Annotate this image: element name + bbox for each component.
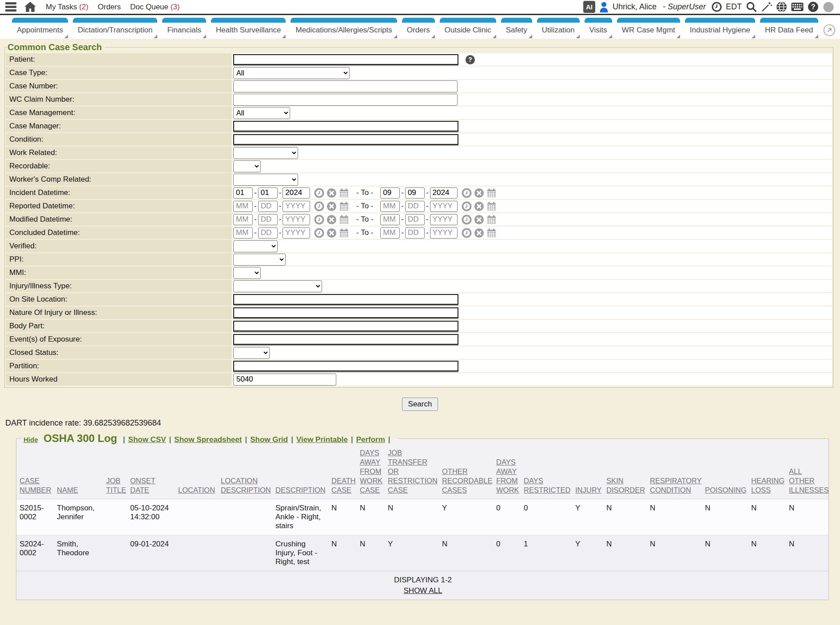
show-spreadsheet-link[interactable]: Show Spreadsheet (174, 435, 242, 444)
col-header-location-description[interactable]: LOCATION DESCRIPTION (218, 445, 272, 499)
concluded-datetime-to-dd-input[interactable] (405, 227, 425, 239)
clear-icon[interactable] (326, 228, 337, 238)
col-header-other-recordable-cases[interactable]: OTHER RECORDABLE CASES (439, 445, 493, 499)
tab-financials[interactable]: Financials (162, 18, 206, 39)
doc-queue-link[interactable]: Doc Queue (3) (130, 3, 180, 12)
reported-datetime-from-yyyy-input[interactable] (283, 201, 310, 212)
calendar-icon[interactable] (486, 215, 497, 225)
closed-status-select[interactable] (233, 347, 270, 359)
tab-appointments[interactable]: Appointments (12, 18, 68, 39)
calendar-icon[interactable] (339, 188, 349, 198)
concluded-datetime-from-dd-input[interactable] (258, 227, 278, 239)
calendar-icon[interactable] (486, 188, 497, 198)
work-related-select[interactable] (233, 147, 298, 159)
concluded-datetime-to-yyyy-input[interactable] (430, 227, 458, 239)
wand-icon[interactable] (761, 1, 772, 12)
incident-datetime-to-dd-input[interactable] (405, 187, 425, 199)
reported-datetime-from-mm-input[interactable] (233, 201, 253, 212)
show-all-link[interactable]: SHOW ALL (404, 586, 442, 595)
col-header-job-transfer-or-restriction-case[interactable]: JOB TRANSFER OR RESTRICTION CASE (385, 445, 439, 499)
tab-outside-clinic[interactable]: Outside Clinic (440, 18, 496, 39)
concluded-datetime-from-mm-input[interactable] (233, 227, 253, 239)
home-icon[interactable] (24, 2, 36, 12)
incident-datetime-to-mm-input[interactable] (380, 187, 400, 199)
incident-datetime-from-yyyy-input[interactable] (283, 187, 310, 199)
search-button[interactable]: Search (402, 398, 438, 411)
recordable-select[interactable] (233, 160, 261, 172)
globe-icon[interactable] (776, 1, 787, 12)
event-s-of-exposure-input[interactable] (233, 334, 458, 345)
time-icon[interactable] (314, 188, 324, 198)
worker-s-comp-related-select[interactable] (233, 174, 298, 186)
clear-icon[interactable] (326, 215, 337, 225)
partition-input[interactable] (233, 361, 458, 371)
tab-medications-allergies-scripts[interactable]: Medications/Allergies/Scripts (291, 18, 397, 39)
case-number-input[interactable] (233, 80, 458, 92)
body-part-input[interactable] (233, 321, 458, 331)
hours-worked-input[interactable] (233, 374, 336, 386)
orders-link[interactable]: Orders (98, 3, 121, 12)
external-link-icon[interactable] (823, 24, 836, 36)
concluded-datetime-to-mm-input[interactable] (380, 227, 400, 239)
clear-icon[interactable] (326, 188, 337, 198)
tab-safety[interactable]: Safety (501, 18, 532, 39)
modified-datetime-to-mm-input[interactable] (380, 214, 400, 225)
time-icon[interactable] (462, 188, 472, 198)
incident-datetime-from-mm-input[interactable] (233, 187, 253, 199)
field-help-icon[interactable]: ? (465, 55, 475, 65)
reported-datetime-to-mm-input[interactable] (380, 201, 400, 212)
tab-utilization[interactable]: Utilization (537, 18, 580, 39)
modified-datetime-from-yyyy-input[interactable] (283, 214, 310, 225)
col-header-skin-disorder[interactable]: SKIN DISORDER (603, 445, 647, 499)
concluded-datetime-from-yyyy-input[interactable] (283, 227, 310, 239)
col-header-name[interactable]: NAME (54, 445, 103, 499)
my-tasks-link[interactable]: My Tasks (2) (46, 3, 88, 12)
reported-datetime-from-dd-input[interactable] (258, 201, 278, 212)
time-icon[interactable] (314, 201, 324, 211)
time-icon[interactable] (314, 215, 324, 225)
case-type-select[interactable]: All (233, 67, 350, 79)
nature-of-injury-or-illness-input[interactable] (233, 307, 458, 318)
keyboard-icon[interactable] (791, 2, 804, 12)
modified-datetime-from-mm-input[interactable] (233, 214, 253, 225)
wc-claim-number-input[interactable] (233, 94, 458, 106)
table-row-s2015-0002[interactable]: S2015-0002Thompson, Jennifer05-10-2024 1… (16, 499, 828, 535)
clear-icon[interactable] (474, 228, 484, 238)
help-icon[interactable]: ? (808, 1, 819, 12)
col-header-description[interactable]: DESCRIPTION (272, 445, 328, 499)
case-management-select[interactable]: All (233, 107, 290, 119)
col-header-job-title[interactable]: JOB TITLE (103, 445, 127, 499)
clear-icon[interactable] (326, 201, 337, 211)
tab-wr-case-mgmt[interactable]: WR Case Mgmt (617, 18, 680, 39)
view-printable-link[interactable]: View Printable (296, 435, 348, 444)
time-icon[interactable] (462, 201, 472, 211)
perform-link[interactable]: Perform (356, 435, 385, 444)
calendar-icon[interactable] (339, 228, 349, 238)
time-icon[interactable] (314, 228, 324, 238)
tab-industrial-hygiene[interactable]: Industrial Hygiene (685, 18, 755, 39)
search-icon[interactable] (746, 1, 757, 12)
tab-dictation-transcription[interactable]: Dictation/Transcription (73, 18, 158, 39)
ai-badge[interactable]: AI (583, 1, 595, 13)
tab-hr-data-feed[interactable]: HR Data Feed (760, 18, 818, 39)
table-row-s2024-0002[interactable]: S2024-0002Smith, Theodore09-01-2024Crush… (16, 535, 828, 571)
col-header-onset-date[interactable]: ONSET DATE (127, 445, 175, 499)
calendar-icon[interactable] (339, 215, 349, 225)
on-site-location-input[interactable] (233, 294, 458, 305)
tab-orders[interactable]: Orders (402, 18, 435, 39)
hide-link[interactable]: Hide (24, 436, 38, 443)
tab-health-surveillance[interactable]: Health Surveillance (211, 18, 286, 39)
calendar-icon[interactable] (339, 201, 349, 211)
time-icon[interactable] (462, 215, 472, 225)
modified-datetime-to-dd-input[interactable] (405, 214, 425, 225)
incident-datetime-to-yyyy-input[interactable] (430, 187, 458, 199)
col-header-poisoning[interactable]: POISONING (702, 445, 748, 499)
col-header-death-case[interactable]: DEATH CASE (328, 445, 357, 499)
show-grid-link[interactable]: Show Grid (250, 435, 288, 444)
clear-icon[interactable] (474, 215, 484, 225)
col-header-injury[interactable]: INJURY (572, 445, 603, 499)
tab-visits[interactable]: Visits (585, 18, 612, 39)
clear-icon[interactable] (474, 188, 484, 198)
col-header-respiratory-condition[interactable]: RESPIRATORY CONDITION (647, 445, 702, 499)
col-header-hearing-loss[interactable]: HEARING LOSS (748, 445, 786, 499)
